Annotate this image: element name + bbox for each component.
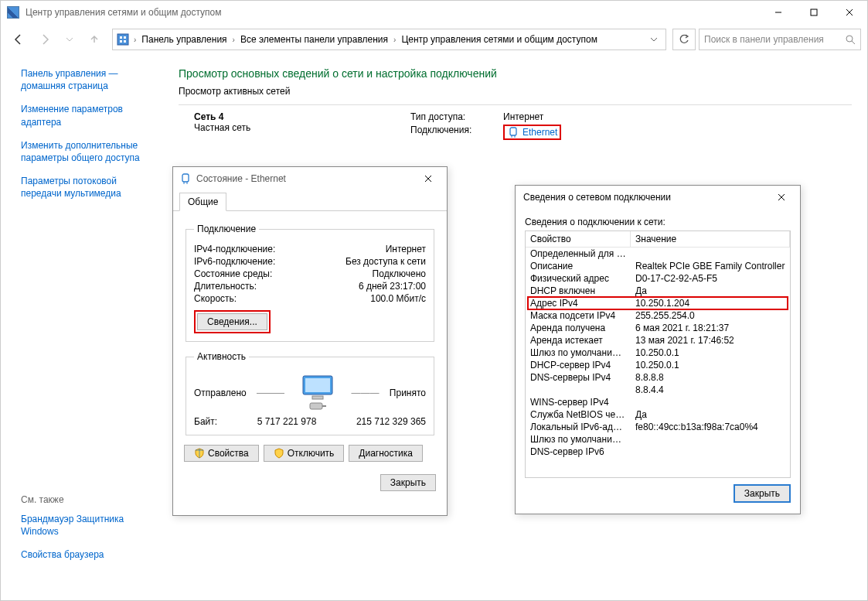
column-value[interactable]: Значение — [631, 231, 790, 247]
nav-back-button[interactable] — [7, 28, 30, 51]
details-close-button[interactable]: Закрыть — [734, 484, 791, 503]
value-cell — [631, 433, 790, 446]
chevron-right-icon: › — [133, 36, 137, 44]
sidebar-item-firewall[interactable]: Брандмауэр Защитника Windows — [21, 513, 146, 538]
table-row[interactable]: ОписаниеRealtek PCIe GBE Family Controll… — [526, 260, 790, 272]
table-row[interactable]: WINS-сервер IPv4 — [526, 396, 790, 408]
value-cell: Да — [631, 285, 790, 297]
maximize-button[interactable] — [796, 1, 832, 24]
table-row[interactable]: Локальный IPv6-адрес...fe80::49cc:b13a:f… — [526, 421, 790, 433]
table-row[interactable]: Шлюз по умолчанию IP... — [526, 433, 790, 446]
diagnostics-button[interactable]: Диагностика — [349, 445, 423, 462]
breadcrumb-network-center[interactable]: Центр управления сетями и общим доступом — [398, 34, 601, 45]
location-icon — [116, 32, 130, 46]
table-row[interactable]: DNS-серверы IPv48.8.8.8 — [526, 371, 790, 384]
search-placeholder: Поиск в панели управления — [704, 34, 845, 45]
table-row[interactable]: DHCP-сервер IPv410.250.0.1 — [526, 359, 790, 371]
sidebar-item-browser-props[interactable]: Свойства браузера — [21, 548, 146, 561]
table-row[interactable]: Аренда получена6 мая 2021 г. 18:21:37 — [526, 322, 790, 334]
property-cell: DNS-сервер IPv6 — [526, 446, 631, 458]
disable-button[interactable]: Отключить — [264, 445, 345, 462]
property-cell: Описание — [526, 260, 631, 272]
property-cell: DHCP включен — [526, 285, 631, 297]
network-center-window: Центр управления сетями и общим доступом… — [0, 0, 868, 601]
speed-label: Скорость: — [194, 293, 237, 304]
svg-rect-1 — [811, 9, 817, 15]
svg-rect-6 — [124, 36, 126, 39]
bytes-label: Байт: — [194, 416, 217, 427]
table-row[interactable]: Служба NetBIOS через...Да — [526, 408, 790, 421]
table-row[interactable]: Аренда истекает13 мая 2021 г. 17:46:52 — [526, 334, 790, 347]
media-state-label: Состояние среды: — [194, 268, 272, 279]
connection-legend: Подключение — [194, 224, 259, 234]
property-cell: Маска подсети IPv4 — [526, 309, 631, 322]
table-row[interactable]: 8.8.4.4 — [526, 384, 790, 396]
address-dropdown[interactable] — [644, 29, 664, 50]
ipv6-value: Без доступа к сети — [345, 256, 426, 267]
minimize-button[interactable] — [761, 1, 796, 24]
search-input[interactable]: Поиск в панели управления — [699, 29, 861, 50]
table-row[interactable]: DHCP включенДа — [526, 285, 790, 297]
details-dialog-close-button[interactable] — [766, 187, 797, 207]
table-row[interactable]: Определенный для по... — [526, 248, 790, 260]
details-button[interactable]: Сведения... — [197, 313, 267, 330]
sidebar-item-media-streaming[interactable]: Параметры потоковой передачи мультимедиа — [21, 175, 146, 200]
active-networks-label: Просмотр активных сетей — [179, 86, 299, 97]
nav-history-dropdown[interactable] — [60, 29, 80, 50]
value-cell: 10.250.1.204 — [631, 297, 790, 309]
property-cell: Локальный IPv6-адрес... — [526, 421, 631, 433]
breadcrumb-all-items[interactable]: Все элементы панели управления — [237, 34, 391, 45]
svg-rect-7 — [120, 40, 122, 43]
window-title: Центр управления сетями и общим доступом — [26, 7, 761, 18]
value-cell: Да — [631, 408, 790, 421]
refresh-button[interactable] — [672, 29, 696, 50]
see-also-header: См. также — [21, 494, 146, 505]
value-cell: 6 мая 2021 г. 18:21:37 — [631, 322, 790, 334]
svg-rect-11 — [510, 128, 516, 135]
value-cell: fe80::49cc:b13a:f98a:7ca0%4 — [631, 421, 790, 433]
connection-fieldset: Подключение IPv4-подключение:Интернет IP… — [186, 224, 434, 342]
svg-rect-14 — [182, 174, 189, 182]
value-cell: 13 мая 2021 г. 17:46:52 — [631, 334, 790, 347]
svg-rect-8 — [124, 40, 126, 43]
details-subheader: Сведения о подключении к сети: — [525, 217, 791, 227]
received-label: Принято — [390, 388, 426, 398]
close-button[interactable] — [832, 1, 867, 24]
table-row[interactable]: DNS-сервер IPv6 — [526, 446, 790, 458]
table-row[interactable]: Шлюз по умолчанию IP...10.250.0.1 — [526, 347, 790, 359]
plug-icon — [308, 401, 327, 411]
property-cell: Шлюз по умолчанию IP... — [526, 347, 631, 359]
breadcrumb-control-panel[interactable]: Панель управления — [138, 34, 230, 45]
details-table: Свойство Значение Определенный для по...… — [525, 230, 791, 478]
value-cell: 10.250.0.1 — [631, 347, 790, 359]
sidebar-item-adapter-settings[interactable]: Изменение параметров адаптера — [21, 103, 146, 128]
details-button-highlight: Сведения... — [194, 310, 271, 333]
table-row[interactable]: Физический адресD0-17-C2-92-A5-F5 — [526, 272, 790, 285]
property-cell: Физический адрес — [526, 272, 631, 285]
chevron-right-icon: › — [393, 36, 397, 44]
status-dialog-title: Состояние - Ethernet — [196, 173, 413, 184]
property-cell: Адрес IPv4 — [526, 297, 631, 309]
sidebar-item-advanced-sharing[interactable]: Изменить дополнительные параметры общего… — [21, 139, 146, 164]
sidebar-item-home[interactable]: Панель управления — домашняя страница — [21, 67, 146, 92]
status-dialog-close-button[interactable] — [413, 169, 444, 189]
ethernet-link[interactable]: Ethernet — [523, 127, 557, 138]
address-bar[interactable]: › Панель управления › Все элементы панел… — [112, 29, 666, 50]
table-row[interactable]: Маска подсети IPv4255.255.254.0 — [526, 309, 790, 322]
nav-forward-button[interactable] — [33, 28, 56, 51]
svg-rect-5 — [120, 36, 122, 39]
nav-up-button[interactable] — [83, 28, 106, 51]
ipv4-label: IPv4-подключение: — [194, 244, 275, 254]
property-cell: DHCP-сервер IPv4 — [526, 359, 631, 371]
status-close-button[interactable]: Закрыть — [380, 474, 436, 491]
value-cell: D0-17-C2-92-A5-F5 — [631, 272, 790, 285]
svg-rect-20 — [305, 378, 330, 392]
properties-button[interactable]: Свойства — [184, 445, 259, 462]
tab-general[interactable]: Общие — [179, 193, 226, 211]
table-row[interactable]: Адрес IPv410.250.1.204 — [526, 297, 790, 309]
duration-label: Длительность: — [194, 281, 257, 292]
column-property[interactable]: Свойство — [526, 231, 631, 247]
speed-value: 100.0 Мбит/с — [370, 293, 426, 304]
svg-point-9 — [846, 36, 853, 42]
ethernet-icon — [507, 126, 519, 138]
